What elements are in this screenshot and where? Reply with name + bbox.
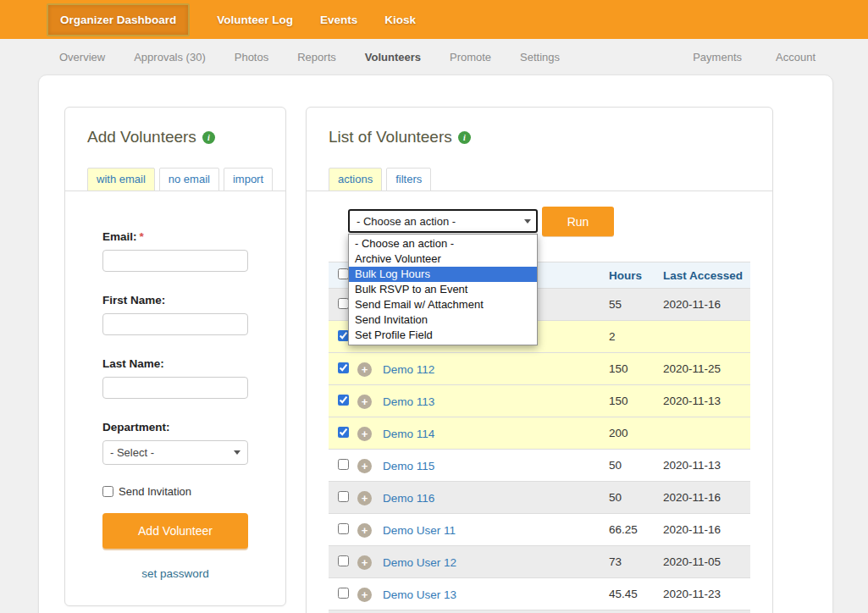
row-checkbox[interactable] [338,459,349,470]
first-name-field[interactable] [102,313,248,335]
action-option-bulk-rsvp-to-an-event[interactable]: Bulk RSVP to an Event [349,282,537,297]
nav-item-kiosk[interactable]: Kiosk [384,14,416,26]
email-field[interactable] [102,250,248,272]
required-asterisk: * [140,230,144,243]
action-option-archive-volunteer[interactable]: Archive Volunteer [349,251,537,267]
subnav-item-overview[interactable]: Overview [59,51,105,64]
last-accessed-value: 2020-11-16 [663,523,750,536]
subnav-item-settings[interactable]: Settings [520,51,560,64]
action-option-bulk-log-hours[interactable]: Bulk Log Hours [349,267,537,282]
expand-row-icon[interactable] [357,555,372,570]
table-row: Demo 115502020-11-13 [329,450,750,482]
add-volunteers-title-text: Add Volunteers [87,128,196,146]
volunteer-name-link[interactable]: Demo 115 [383,460,434,472]
volunteer-name-link[interactable]: Demo 116 [383,492,434,505]
action-option-set-profile-field[interactable]: Set Profile Field [349,328,537,343]
hours-value: 150 [609,395,663,407]
info-icon[interactable] [458,131,471,144]
run-button[interactable]: Run [542,207,614,236]
subnav-item-payments[interactable]: Payments [693,51,742,64]
nav-item-events[interactable]: Events [320,14,357,26]
send-invitation-row: Send Invitation [102,485,248,498]
row-checkbox[interactable] [338,395,349,406]
table-row: Demo 1131502020-11-13 [329,385,750,417]
email-label: Email:* [102,230,248,243]
row-checkbox[interactable] [338,523,349,534]
action-option-send-email-w-attachment[interactable]: Send Email w/ Attachment [349,297,537,312]
subnav-item-reports[interactable]: Reports [297,51,336,64]
row-checkbox[interactable] [338,362,349,373]
volunteer-name-link[interactable]: Demo User 11 [383,524,456,537]
expand-row-icon[interactable] [357,362,372,377]
chevron-down-icon [524,219,531,224]
table-row: Demo User 1166.252020-11-16 [329,514,750,546]
action-dropdown-list: - Choose an action -Archive VolunteerBul… [348,234,538,345]
subnav-item-account[interactable]: Account [776,51,815,64]
volunteer-name-link[interactable]: Demo User 13 [383,588,456,601]
add-volunteers-tabs: with emailno emailimport [65,167,285,191]
volunteer-name-link[interactable]: Demo 112 [383,363,434,376]
chevron-down-icon [234,450,240,455]
row-checkbox[interactable] [338,555,349,566]
hours-value: 50 [609,491,663,504]
tab-filters[interactable]: filters [386,168,431,191]
department-select[interactable]: - Select - [102,440,248,465]
row-checkbox[interactable] [338,491,349,502]
last-name-field[interactable] [102,377,248,399]
nav-item-organizer-dashboard[interactable]: Organizer Dashboard [47,3,190,36]
expand-row-icon[interactable] [357,491,372,505]
nav-item-volunteer-log[interactable]: Volunteer Log [217,14,293,26]
add-volunteer-form: Email:* First Name: Last Name: Departmen… [65,230,285,580]
subnav-item-volunteers[interactable]: Volunteers [365,51,421,64]
action-select-value: - Choose an action - [357,215,456,228]
hours-value: 200 [609,427,663,439]
subnav-item-photos[interactable]: Photos [235,51,268,64]
list-of-volunteers-title-text: List of Volunteers [329,128,452,146]
expand-row-icon[interactable] [357,523,372,538]
last-accessed-value: 2020-11-16 [663,298,750,311]
volunteer-name-link[interactable]: Demo User 12 [383,556,456,569]
hours-value: 45.45 [609,588,663,600]
hours-value: 55 [609,298,663,311]
add-volunteers-title: Add Volunteers [65,108,285,146]
last-name-label: Last Name: [102,357,248,370]
table-row: Demo 1121502020-11-25 [329,353,750,385]
hours-value: 66.25 [609,523,663,536]
subnav-item-promote[interactable]: Promote [450,51,491,64]
hours-header: Hours [609,269,663,282]
table-row: Demo User 1345.452020-11-23 [329,578,750,610]
table-row: Demo User 12732020-11-05 [329,546,750,578]
action-select[interactable]: - Choose an action - [348,209,538,233]
main-content-panel: Add Volunteers with emailno emailimport … [38,75,833,613]
send-invitation-checkbox[interactable] [102,486,113,497]
subnav-item-approvals-30[interactable]: Approvals (30) [134,51,206,64]
department-select-value: - Select - [110,446,154,459]
action-option-send-invitation[interactable]: Send Invitation [349,312,537,328]
tab-import[interactable]: import [224,168,273,191]
last-accessed-value: 2020-11-16 [663,491,750,504]
department-label: Department: [102,421,248,434]
tab-no-email[interactable]: no email [159,168,219,191]
volunteer-name-link[interactable]: Demo 113 [383,395,434,408]
row-checkbox[interactable] [338,427,349,438]
row-checkbox[interactable] [338,588,349,599]
add-volunteer-button[interactable]: Add Volunteer [102,513,248,549]
expand-row-icon[interactable] [357,427,372,441]
action-option-choose-an-action[interactable]: - Choose an action - [349,236,537,251]
tab-actions[interactable]: actions [329,168,382,191]
table-row: Demo 114200 [329,417,750,450]
set-password-link[interactable]: set password [102,567,248,580]
send-invitation-label: Send Invitation [119,485,191,498]
last-accessed-header: Last Accessed [663,269,750,282]
expand-row-icon[interactable] [357,395,372,409]
last-accessed-value: 2020-11-13 [663,395,750,407]
top-nav: Organizer DashboardVolunteer LogEventsKi… [0,0,868,39]
subnav-right: PaymentsAccount [693,51,815,64]
volunteer-name-link[interactable]: Demo 114 [383,428,434,440]
list-tabs: actionsfilters [307,167,772,191]
info-icon[interactable] [202,131,215,144]
tab-with-email[interactable]: with email [87,168,155,191]
expand-row-icon[interactable] [357,588,372,602]
top-nav-items: Organizer DashboardVolunteer LogEventsKi… [47,3,416,36]
expand-row-icon[interactable] [357,459,372,473]
